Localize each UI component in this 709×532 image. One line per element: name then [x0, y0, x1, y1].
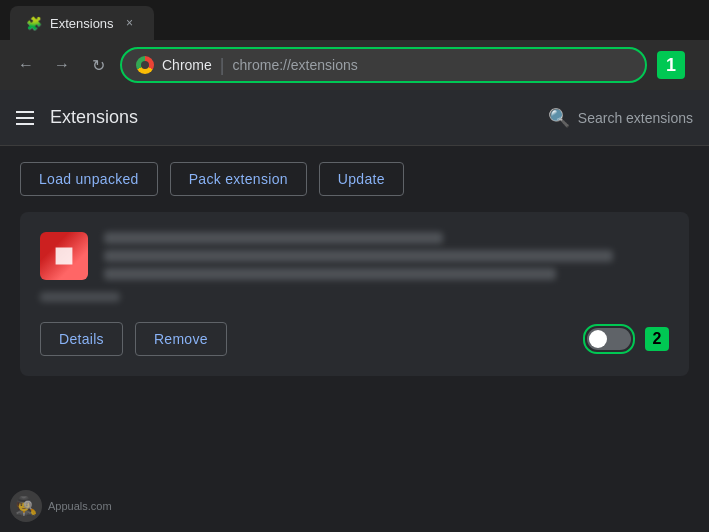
- toggle-area: 2: [583, 324, 669, 354]
- extension-info: [104, 232, 669, 280]
- load-unpacked-button[interactable]: Load unpacked: [20, 162, 158, 196]
- extensions-list: Details Remove 2: [0, 212, 709, 532]
- address-separator: |: [220, 55, 225, 76]
- remove-button[interactable]: Remove: [135, 322, 227, 356]
- tab-title: Extensions: [50, 16, 114, 31]
- extension-card: Details Remove 2: [20, 212, 689, 376]
- extensions-tab[interactable]: 🧩 Extensions ×: [10, 6, 154, 40]
- toggle-knob: [589, 330, 607, 348]
- extension-action-buttons: Details Remove: [40, 322, 227, 356]
- page-title: Extensions: [50, 107, 532, 128]
- extensions-tab-icon: 🧩: [26, 15, 42, 31]
- forward-button[interactable]: →: [48, 51, 76, 79]
- extensions-header: Extensions 🔍 Search extensions: [0, 90, 709, 146]
- search-icon: 🔍: [548, 107, 570, 129]
- step-badge-1: 1: [657, 51, 685, 79]
- watermark-label: Appuals.com: [48, 500, 112, 512]
- watermark: 🕵️ Appuals.com: [10, 490, 112, 522]
- search-placeholder: Search extensions: [578, 110, 693, 126]
- step-badge-2: 2: [645, 327, 669, 351]
- extension-card-footer: Details Remove 2: [40, 322, 669, 356]
- tab-bar: 🧩 Extensions ×: [0, 0, 709, 40]
- page-content: Extensions 🔍 Search extensions Load unpa…: [0, 90, 709, 532]
- navigation-bar: ← → ↻ Chrome | chrome://extensions 1: [0, 40, 709, 90]
- details-button[interactable]: Details: [40, 322, 123, 356]
- extension-id-blur: [40, 292, 120, 302]
- back-button[interactable]: ←: [12, 51, 40, 79]
- hamburger-menu-icon[interactable]: [16, 111, 34, 125]
- extension-toggle[interactable]: [587, 328, 631, 350]
- tab-close-button[interactable]: ×: [122, 15, 138, 31]
- address-path: chrome://extensions: [232, 57, 357, 73]
- watermark-icon: 🕵️: [10, 490, 42, 522]
- extension-card-body: [40, 232, 669, 280]
- extension-description-blur-1: [104, 250, 613, 262]
- chrome-logo-icon: [136, 56, 154, 74]
- reload-button[interactable]: ↻: [84, 51, 112, 79]
- extension-icon-inner: [50, 242, 78, 270]
- extension-icon: [40, 232, 88, 280]
- pack-extension-button[interactable]: Pack extension: [170, 162, 307, 196]
- search-area[interactable]: 🔍 Search extensions: [548, 107, 693, 129]
- extension-name-blur: [104, 232, 443, 244]
- address-domain: Chrome: [162, 57, 212, 73]
- extensions-toolbar: Load unpacked Pack extension Update: [0, 146, 709, 212]
- extension-description-blur-2: [104, 268, 556, 280]
- extension-footer-info: [40, 292, 669, 306]
- update-button[interactable]: Update: [319, 162, 404, 196]
- address-bar[interactable]: Chrome | chrome://extensions 1: [120, 47, 647, 83]
- toggle-container[interactable]: [583, 324, 635, 354]
